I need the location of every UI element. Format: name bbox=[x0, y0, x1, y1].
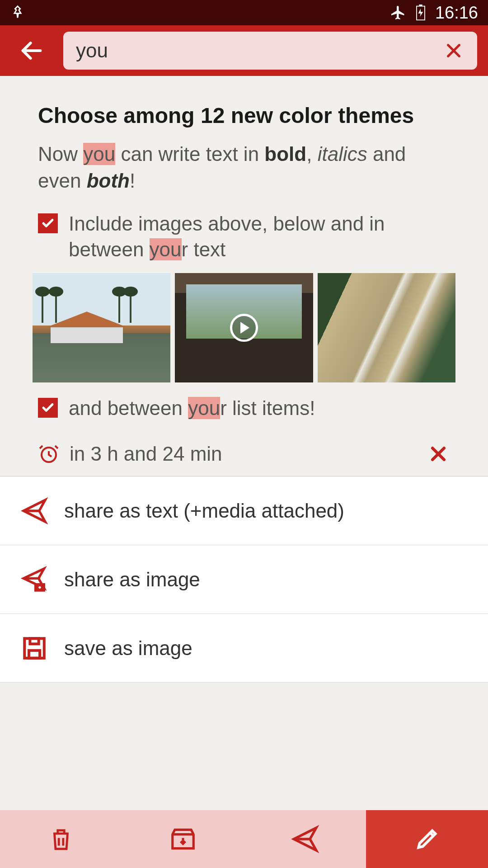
checklist-text: and between your list items! bbox=[69, 395, 315, 421]
checkbox-checked-icon[interactable] bbox=[38, 213, 58, 233]
svg-rect-12 bbox=[24, 638, 44, 658]
highlight: you bbox=[150, 238, 182, 260]
svg-point-11 bbox=[38, 585, 42, 590]
alarm-icon bbox=[38, 443, 60, 465]
video-thumbnail[interactable] bbox=[175, 273, 313, 382]
save-icon bbox=[18, 635, 51, 661]
svg-rect-14 bbox=[30, 638, 38, 644]
action-label: save as image bbox=[64, 637, 192, 660]
checklist-item[interactable]: and between your list items! bbox=[38, 395, 450, 421]
archive-button[interactable] bbox=[122, 810, 244, 868]
bottom-bar bbox=[0, 810, 488, 868]
action-sheet: share as text (+media attached) share as… bbox=[0, 476, 488, 683]
highlight: you bbox=[83, 143, 115, 165]
clear-search-button[interactable] bbox=[443, 40, 465, 61]
checkbox-checked-icon[interactable] bbox=[38, 398, 58, 418]
play-icon bbox=[230, 314, 258, 342]
checklist-text: Include images above, below and in betwe… bbox=[69, 211, 450, 262]
share-as-text-button[interactable]: share as text (+media attached) bbox=[0, 476, 488, 545]
action-label: share as image bbox=[64, 568, 200, 591]
checklist-item[interactable]: Include images above, below and in betwe… bbox=[38, 211, 450, 262]
svg-line-18 bbox=[430, 833, 433, 836]
note-content: Choose among 12 new color themes Now you… bbox=[0, 76, 488, 476]
airplane-icon bbox=[390, 5, 406, 21]
share-button[interactable] bbox=[244, 810, 366, 868]
back-button[interactable] bbox=[0, 25, 63, 76]
edit-button[interactable] bbox=[366, 810, 488, 868]
image-thumbnail[interactable] bbox=[33, 273, 170, 382]
pin-icon bbox=[10, 5, 25, 20]
reminder-text: in 3 h and 24 min bbox=[70, 443, 428, 465]
reminder-row[interactable]: in 3 h and 24 min bbox=[38, 432, 450, 476]
highlight: you bbox=[188, 397, 220, 419]
image-row bbox=[33, 273, 455, 382]
search-box[interactable] bbox=[63, 32, 477, 70]
svg-rect-13 bbox=[29, 651, 40, 658]
share-as-image-button[interactable]: share as image bbox=[0, 545, 488, 614]
status-time: 16:16 bbox=[435, 3, 478, 23]
note-title: Choose among 12 new color themes bbox=[38, 103, 450, 128]
svg-rect-1 bbox=[419, 5, 422, 6]
send-image-icon bbox=[18, 565, 51, 594]
remove-reminder-button[interactable] bbox=[428, 444, 450, 464]
battery-charging-icon bbox=[414, 5, 427, 21]
search-input[interactable] bbox=[76, 39, 443, 62]
status-bar: 16:16 bbox=[0, 0, 488, 25]
action-label: share as text (+media attached) bbox=[64, 500, 344, 522]
image-thumbnail[interactable] bbox=[318, 273, 455, 382]
save-as-image-button[interactable]: save as image bbox=[0, 614, 488, 683]
note-body: Now you can write text in bold, italics … bbox=[38, 141, 450, 194]
delete-button[interactable] bbox=[0, 810, 122, 868]
send-icon bbox=[18, 496, 51, 525]
app-bar bbox=[0, 25, 488, 76]
